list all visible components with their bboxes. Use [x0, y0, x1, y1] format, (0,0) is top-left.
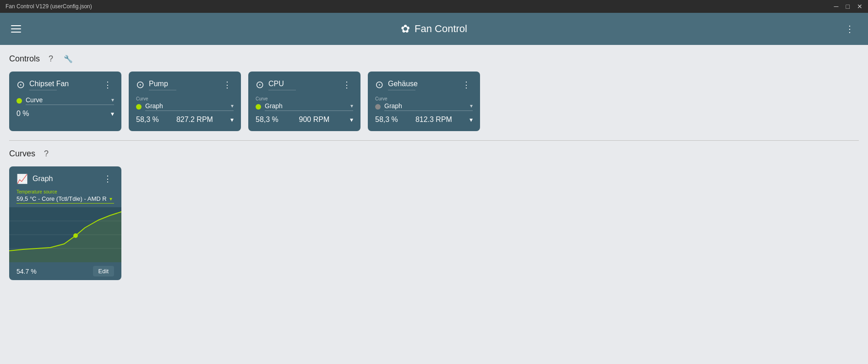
controls-title: Controls — [9, 54, 40, 64]
status-dot-pump — [136, 104, 142, 110]
expand-btn-cpu[interactable]: ▾ — [350, 116, 353, 123]
title-underline-chipset — [29, 90, 57, 90]
curve-select-cpu: Graph ▾ — [256, 102, 353, 111]
graph-card: 📈 Graph ⋮ Temperature source 59,5 °C - C… — [9, 166, 121, 280]
expand-btn-chipset[interactable]: ▾ — [111, 110, 114, 117]
card-title-wrap-chipset: Chipset Fan — [29, 80, 69, 90]
control-card-gehause: ⊙ Gehäuse ⋮ Curve Graph ▾ — [368, 72, 480, 131]
maximize-button[interactable]: □ — [846, 3, 850, 10]
window-controls: ─ □ ✕ — [834, 3, 863, 10]
card-header-left-pump: ⊙ Pump — [136, 79, 176, 91]
dropdown-arrow-pump: ▾ — [231, 103, 234, 109]
minimize-button[interactable]: ─ — [834, 3, 839, 10]
card-menu-pump[interactable]: ⋮ — [221, 79, 234, 91]
card-menu-chipset[interactable]: ⋮ — [102, 79, 114, 91]
controls-settings-button[interactable]: 🔧 — [62, 52, 75, 65]
curve-section-cpu: Curve Graph ▾ — [256, 96, 353, 111]
card-rpm-gehause: 812.3 RPM — [415, 116, 452, 124]
curves-title: Curves — [9, 149, 35, 159]
curve-select-wrapper-pump: Graph ▾ — [145, 102, 234, 111]
dropdown-arrow-gehause: ▾ — [470, 103, 473, 109]
card-rpm-cpu: 900 RPM — [299, 116, 330, 124]
curve-name-cpu[interactable]: Graph ▾ — [265, 102, 353, 110]
curve-underline-gehause — [384, 110, 473, 111]
curve-underline-chipset — [26, 105, 114, 105]
curve-select-wrapper-cpu: Graph ▾ — [265, 102, 353, 111]
curve-underline-pump — [145, 110, 234, 111]
graph-svg — [9, 207, 121, 262]
curve-select-wrapper-gehause: Graph ▾ — [384, 102, 473, 111]
dropdown-arrow-chipset: ▾ — [111, 97, 114, 103]
status-dot-gehause — [375, 104, 381, 110]
gauge-icon-pump: ⊙ — [136, 79, 144, 91]
card-title-cpu: CPU — [268, 80, 296, 88]
card-stats-gehause: 58,3 % 812.3 RPM ▾ — [375, 116, 473, 124]
curves-section: Curves ? 📈 Graph ⋮ Temperature source 59… — [9, 147, 859, 280]
card-title-gehause: Gehäuse — [388, 80, 418, 88]
graph-area — [9, 207, 121, 262]
hamburger-line-1 — [11, 25, 21, 26]
curve-label-pump: Curve — [136, 96, 234, 101]
curves-help-button[interactable]: ? — [40, 147, 53, 160]
curve-name-gehause[interactable]: Graph ▾ — [384, 102, 473, 110]
card-stats-chipset: 0 % ▾ — [16, 110, 114, 118]
close-button[interactable]: ✕ — [857, 3, 863, 10]
card-stats-pump: 58,3 % 827.2 RPM ▾ — [136, 116, 234, 124]
app-header: ✿ Fan Control ⋮ — [0, 13, 868, 45]
card-menu-gehause[interactable]: ⋮ — [460, 79, 473, 91]
curve-underline-cpu — [265, 110, 353, 111]
curve-select-wrapper-chipset: Curve ▾ — [26, 96, 114, 105]
graph-card-header: 📈 Graph ⋮ — [9, 166, 121, 189]
status-dot-chipset — [16, 98, 22, 104]
title-underline-cpu — [268, 90, 296, 90]
graph-percent: 54.7 % — [16, 268, 37, 275]
card-header-gehause: ⊙ Gehäuse ⋮ — [375, 79, 473, 91]
header-menu-button[interactable]: ⋮ — [841, 22, 859, 36]
section-divider — [9, 140, 859, 141]
temp-value-row[interactable]: 59,5 °C - Core (Tctl/Tdie) - AMD R ▾ — [16, 195, 114, 202]
card-title-chipset: Chipset Fan — [29, 80, 69, 88]
title-underline-pump — [149, 90, 176, 90]
curve-name-pump[interactable]: Graph ▾ — [145, 102, 234, 110]
temp-dropdown-arrow: ▾ — [109, 196, 112, 202]
title-bar: Fan Control V129 (userConfig.json) ─ □ ✕ — [0, 0, 868, 13]
card-stats-cpu: 58,3 % 900 RPM ▾ — [256, 116, 353, 124]
controls-help-button[interactable]: ? — [44, 52, 57, 65]
control-card-cpu: ⊙ CPU ⋮ Curve Graph ▾ — [248, 72, 360, 131]
curve-section-gehause: Curve Graph ▾ — [375, 96, 473, 111]
control-card-pump: ⊙ Pump ⋮ Curve Graph ▾ — [129, 72, 241, 131]
expand-btn-gehause[interactable]: ▾ — [469, 116, 473, 123]
graph-card-title-section: 📈 Graph — [16, 173, 53, 184]
dropdown-arrow-cpu: ▾ — [350, 103, 353, 109]
expand-btn-pump[interactable]: ▾ — [230, 116, 234, 123]
card-menu-cpu[interactable]: ⋮ — [341, 79, 353, 91]
curve-select-gehause: Graph ▾ — [375, 102, 473, 111]
temp-source-label: Temperature source — [16, 189, 114, 194]
curve-select-pump: Graph ▾ — [136, 102, 234, 111]
card-header-chipset: ⊙ Chipset Fan ⋮ — [16, 79, 114, 91]
curve-name-chipset[interactable]: Curve ▾ — [26, 96, 114, 104]
card-header-cpu: ⊙ CPU ⋮ — [256, 79, 353, 91]
gauge-icon-gehause: ⊙ — [375, 79, 383, 91]
graph-menu-button[interactable]: ⋮ — [102, 173, 114, 185]
graph-edit-button[interactable]: Edit — [93, 266, 114, 276]
header-left — [9, 23, 23, 34]
title-underline-gehause — [388, 90, 415, 90]
hamburger-line-3 — [11, 32, 21, 33]
card-header-left-chipset: ⊙ Chipset Fan — [16, 79, 69, 91]
graph-card-footer: 54.7 % Edit — [9, 262, 121, 280]
controls-section-header: Controls ? 🔧 — [9, 52, 859, 65]
main-content: Controls ? 🔧 ⊙ Chipset Fan ⋮ — [0, 45, 868, 287]
curves-section-header: Curves ? — [9, 147, 859, 160]
graph-card-title: Graph — [33, 175, 53, 183]
gauge-icon-cpu: ⊙ — [256, 79, 264, 91]
window-title: Fan Control V129 (userConfig.json) — [5, 3, 92, 10]
fan-icon: ✿ — [401, 22, 410, 35]
card-header-left-gehause: ⊙ Gehäuse — [375, 79, 418, 91]
graph-temp-section: Temperature source 59,5 °C - Core (Tctl/… — [9, 189, 121, 207]
card-title-pump: Pump — [149, 80, 176, 88]
control-card-chipset-fan: ⊙ Chipset Fan ⋮ Curve ▾ — [9, 72, 121, 131]
header-center: ✿ Fan Control — [401, 22, 467, 35]
controls-cards-row: ⊙ Chipset Fan ⋮ Curve ▾ — [9, 72, 859, 131]
hamburger-menu-button[interactable] — [9, 23, 23, 34]
